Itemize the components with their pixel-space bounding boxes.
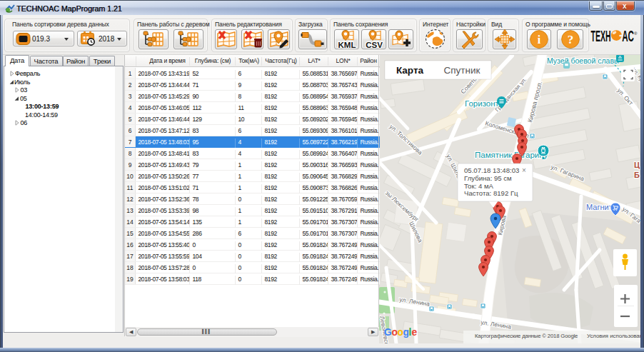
svg-text:Горизонт: Горизонт	[465, 99, 500, 108]
svg-text:?: ?	[567, 33, 573, 46]
svg-text:Магнит: Магнит	[586, 203, 613, 211]
svg-text:Ц: Ц	[634, 161, 640, 169]
svg-text:e: e	[411, 327, 417, 338]
svg-text:Частота: 8192 Гц: Частота: 8192 Гц	[464, 189, 518, 197]
svg-text:05.07.18 13:48:03: 05.07.18 13:48:03	[464, 166, 519, 174]
svg-text:i: i	[538, 34, 541, 46]
svg-text:KML: KML	[338, 41, 356, 49]
svg-text:CSV: CSV	[366, 41, 383, 49]
svg-text:G: G	[384, 327, 392, 338]
svg-text:АС: АС	[622, 30, 634, 45]
svg-text:Карта: Карта	[396, 65, 424, 76]
svg-text:Условия использования: Условия использования	[587, 333, 640, 339]
svg-text:Б: Б	[634, 171, 640, 179]
svg-text:Спутник: Спутник	[444, 65, 481, 76]
svg-text:®: ®	[634, 31, 638, 35]
svg-text:ТЕХН: ТЕХН	[591, 30, 611, 45]
svg-text:Памятник Гагарину: Памятник Гагарину	[475, 151, 548, 159]
svg-text:Глубина: 95 см: Глубина: 95 см	[464, 174, 512, 182]
svg-text:Музей боевой славы: Музей боевой славы	[547, 56, 620, 65]
svg-text:Картографические данные © 2018: Картографические данные © 2018 Google	[475, 333, 578, 339]
svg-text:×: ×	[522, 166, 526, 174]
svg-text:Ток: 4 мА: Ток: 4 мА	[464, 182, 494, 190]
